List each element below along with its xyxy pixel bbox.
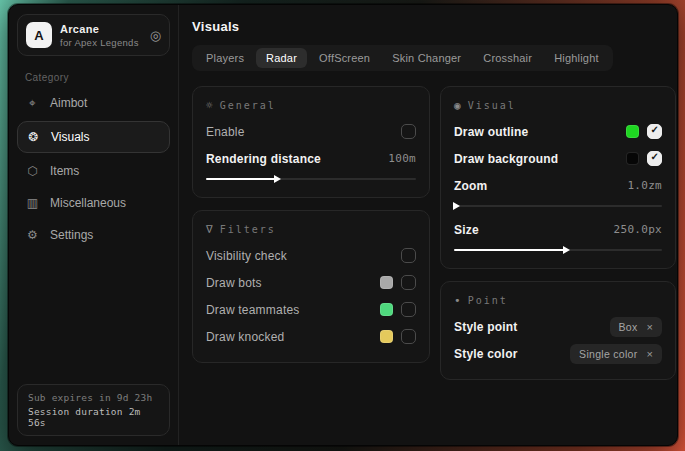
- app-window: A Arcane for Apex Legends ◎ Category ⌖ A…: [8, 4, 678, 446]
- size-label: Size: [454, 223, 479, 237]
- right-column: ◉ Visual Draw outline Draw background: [440, 86, 676, 380]
- tab-crosshair[interactable]: Crosshair: [473, 48, 542, 68]
- size-value: 250.0px: [614, 223, 662, 236]
- style-point-label: Style point: [454, 320, 518, 334]
- style-color-label: Style color: [454, 347, 518, 361]
- general-panel: ☼ General Enable Rendering distance 100m: [192, 86, 430, 198]
- general-panel-header: ☼ General: [206, 99, 416, 112]
- point-panel: • Point Style point Box × Style color S: [440, 281, 676, 380]
- zoom-value: 1.0zm: [627, 179, 662, 192]
- sidebar-item-label: Visuals: [51, 130, 89, 144]
- draw-bots-checkbox[interactable]: [401, 275, 416, 290]
- left-column: ☼ General Enable Rendering distance 100m: [192, 86, 430, 363]
- main-content: Visuals Players Radar OffScreen Skin Cha…: [179, 5, 678, 445]
- draw-background-checkbox[interactable]: [647, 151, 662, 166]
- page-title: Visuals: [192, 19, 676, 34]
- draw-bots-color-swatch[interactable]: [380, 276, 393, 289]
- sub-expiry-text: Sub expires in 9d 23h: [28, 392, 159, 403]
- sidebar-item-label: Aimbot: [50, 96, 87, 110]
- zoom-row: Zoom 1.0zm: [454, 172, 662, 199]
- app-name: Arcane: [60, 23, 142, 35]
- slider-track: [454, 205, 662, 207]
- point-panel-header: • Point: [454, 294, 662, 307]
- draw-knocked-checkbox[interactable]: [401, 329, 416, 344]
- rendering-distance-slider[interactable]: [206, 173, 416, 185]
- visibility-check-row: Visibility check: [206, 242, 416, 269]
- session-duration-text: Session duration 2m 56s: [28, 406, 159, 428]
- sidebar-item-label: Settings: [50, 228, 93, 242]
- tab-players[interactable]: Players: [196, 48, 254, 68]
- app-meta: Arcane for Apex Legends: [60, 23, 142, 48]
- sidebar-item-settings[interactable]: ⚙ Settings: [9, 219, 178, 251]
- eye-icon: ◉: [454, 99, 461, 112]
- visuals-icon: ❂: [26, 130, 41, 144]
- slider-fill: [454, 249, 564, 251]
- slider-fill: [206, 178, 275, 180]
- draw-teammates-label: Draw teammates: [206, 303, 300, 317]
- style-point-value: Box: [619, 321, 638, 333]
- enable-checkbox[interactable]: [401, 124, 416, 139]
- grid-icon: ▥: [25, 196, 40, 210]
- draw-teammates-checkbox[interactable]: [401, 302, 416, 317]
- draw-bots-label: Draw bots: [206, 276, 262, 290]
- size-slider[interactable]: [454, 244, 662, 256]
- draw-background-label: Draw background: [454, 152, 558, 166]
- zoom-slider[interactable]: [454, 200, 662, 212]
- draw-outline-color-swatch[interactable]: [626, 125, 639, 138]
- tab-offscreen[interactable]: OffScreen: [309, 48, 380, 68]
- tab-radar[interactable]: Radar: [256, 48, 307, 68]
- draw-background-color-swatch[interactable]: [626, 152, 639, 165]
- visuals-tabbar: Players Radar OffScreen Skin Changer Cro…: [192, 45, 613, 71]
- draw-teammates-row: Draw teammates: [206, 296, 416, 323]
- rendering-distance-row: Rendering distance 100m: [206, 145, 416, 172]
- zoom-label: Zoom: [454, 179, 487, 193]
- draw-knocked-color-swatch[interactable]: [380, 330, 393, 343]
- draw-bots-row: Draw bots: [206, 269, 416, 296]
- filters-panel-header: ∇ Filters: [206, 223, 416, 236]
- close-icon[interactable]: ×: [647, 348, 653, 360]
- sidebar-item-miscellaneous[interactable]: ▥ Miscellaneous: [9, 187, 178, 219]
- visual-panel-header: ◉ Visual: [454, 99, 662, 112]
- target-icon[interactable]: ◎: [150, 28, 161, 43]
- sidebar-item-label: Items: [50, 164, 79, 178]
- draw-outline-checkbox[interactable]: [647, 124, 662, 139]
- enable-row: Enable: [206, 118, 416, 145]
- visibility-check-checkbox[interactable]: [401, 248, 416, 263]
- style-color-row: Style color Single color ×: [454, 340, 662, 367]
- visibility-check-label: Visibility check: [206, 249, 287, 263]
- sidebar-item-label: Miscellaneous: [50, 196, 126, 210]
- panel-title: Visual: [468, 100, 516, 111]
- panels-grid: ☼ General Enable Rendering distance 100m: [192, 86, 676, 380]
- filters-panel: ∇ Filters Visibility check Draw bots: [192, 210, 430, 363]
- sidebar-item-visuals[interactable]: ❂ Visuals: [17, 121, 170, 153]
- tab-skin-changer[interactable]: Skin Changer: [382, 48, 471, 68]
- close-icon[interactable]: ×: [647, 321, 653, 333]
- app-header-card: A Arcane for Apex Legends ◎: [17, 14, 170, 56]
- subscription-info-card: Sub expires in 9d 23h Session duration 2…: [17, 384, 170, 436]
- tab-highlight[interactable]: Highlight: [544, 48, 609, 68]
- size-row: Size 250.0px: [454, 216, 662, 243]
- sidebar-item-aimbot[interactable]: ⌖ Aimbot: [9, 87, 178, 119]
- panel-title: Point: [468, 295, 508, 306]
- general-icon: ☼: [206, 99, 213, 112]
- gear-icon: ⚙: [25, 228, 40, 242]
- sidebar: A Arcane for Apex Legends ◎ Category ⌖ A…: [9, 5, 179, 445]
- style-color-select[interactable]: Single color ×: [570, 344, 662, 364]
- visual-panel: ◉ Visual Draw outline Draw background: [440, 86, 676, 269]
- rendering-distance-value: 100m: [388, 152, 416, 165]
- draw-background-row: Draw background: [454, 145, 662, 172]
- panel-title: Filters: [220, 224, 276, 235]
- category-label: Category: [25, 72, 178, 83]
- enable-label: Enable: [206, 125, 245, 139]
- style-point-row: Style point Box ×: [454, 313, 662, 340]
- app-logo: A: [26, 22, 52, 48]
- draw-knocked-label: Draw knocked: [206, 330, 284, 344]
- panel-title: General: [220, 100, 276, 111]
- style-point-select[interactable]: Box ×: [610, 317, 662, 337]
- sidebar-item-items[interactable]: ⬡ Items: [9, 155, 178, 187]
- draw-teammates-color-swatch[interactable]: [380, 303, 393, 316]
- sidebar-nav: ⌖ Aimbot ❂ Visuals ⬡ Items ▥ Miscellaneo…: [9, 87, 178, 251]
- rendering-distance-label: Rendering distance: [206, 152, 321, 166]
- app-subtitle: for Apex Legends: [60, 37, 142, 48]
- aimbot-icon: ⌖: [25, 96, 40, 110]
